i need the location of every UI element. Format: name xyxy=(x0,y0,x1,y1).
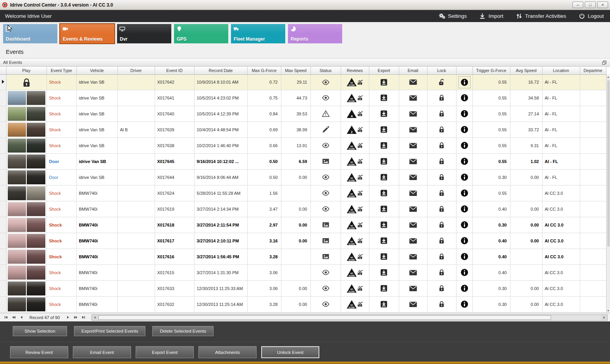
nav-prev-page-button[interactable] xyxy=(10,314,17,321)
email-icon[interactable] xyxy=(409,221,417,229)
info-icon[interactable] xyxy=(460,189,469,197)
reviews-cell[interactable]: 4 xyxy=(341,106,369,122)
email-icon[interactable] xyxy=(409,141,417,150)
info-cell[interactable] xyxy=(456,106,472,122)
col-header-reviews[interactable]: Reviews xyxy=(341,67,369,74)
info-cell[interactable] xyxy=(456,249,472,264)
info-icon[interactable] xyxy=(460,221,469,229)
info-icon[interactable] xyxy=(460,141,469,149)
col-header-lock[interactable]: Lock xyxy=(427,67,456,74)
event-thumbnail[interactable] xyxy=(8,282,45,295)
play-cell[interactable] xyxy=(6,280,47,296)
info-icon[interactable] xyxy=(460,110,469,118)
reviews-cell[interactable]: NOSCORE xyxy=(341,217,369,233)
reviews-cell[interactable]: NOSCORE xyxy=(341,74,369,90)
export-cell[interactable] xyxy=(369,280,399,296)
email-cell[interactable] xyxy=(399,90,427,106)
transfer-activities-button[interactable]: Transfer Activities xyxy=(516,13,566,19)
export-icon[interactable] xyxy=(380,300,388,308)
col-header-info[interactable] xyxy=(456,67,472,74)
col-header-location[interactable]: Location xyxy=(542,67,580,74)
status-cell[interactable] xyxy=(310,137,341,153)
col-header-play[interactable]: Play xyxy=(6,67,47,74)
info-icon[interactable] xyxy=(460,125,469,134)
lock-cell[interactable] xyxy=(427,233,456,249)
export-cell[interactable] xyxy=(369,106,399,122)
table-row[interactable]: Shock BMW740i X017615 3/27/2014 1:31:30 … xyxy=(0,264,606,280)
settings-button[interactable]: Settings xyxy=(439,13,467,19)
tab-reports[interactable]: Reports xyxy=(288,24,342,43)
info-cell[interactable] xyxy=(456,137,472,153)
lock-cell[interactable] xyxy=(427,106,456,122)
event-thumbnail[interactable] xyxy=(8,218,45,232)
info-icon[interactable] xyxy=(460,252,469,261)
info-icon[interactable] xyxy=(460,173,469,181)
nav-next-page-button[interactable] xyxy=(72,314,79,321)
email-cell[interactable] xyxy=(399,280,427,296)
scroll-right-icon[interactable] xyxy=(601,315,607,320)
export-icon[interactable] xyxy=(380,141,388,149)
info-cell[interactable] xyxy=(456,90,472,106)
email-cell[interactable] xyxy=(399,106,427,122)
lock-cell[interactable] xyxy=(427,296,456,312)
email-icon[interactable] xyxy=(409,125,417,134)
play-cell[interactable] xyxy=(6,264,47,280)
email-icon[interactable] xyxy=(409,205,417,213)
status-cell[interactable] xyxy=(310,296,341,312)
export-cell[interactable] xyxy=(369,169,399,185)
export-cell[interactable] xyxy=(369,201,399,217)
scroll-down-icon[interactable] xyxy=(607,308,610,313)
table-row[interactable]: Shock idrive Van SB Al B X017639 10/4/20… xyxy=(0,122,606,137)
email-cell[interactable] xyxy=(399,137,427,153)
status-cell[interactable] xyxy=(310,233,341,249)
reviews-cell[interactable]: NOSCORE xyxy=(341,201,369,217)
play-cell[interactable] xyxy=(6,153,47,169)
nav-first-button[interactable] xyxy=(2,314,9,321)
lock-cell[interactable] xyxy=(427,74,456,90)
email-icon[interactable] xyxy=(409,252,417,261)
export-icon[interactable] xyxy=(380,252,388,261)
vertical-scrollbar[interactable] xyxy=(606,75,610,313)
col-header-department[interactable]: Departme xyxy=(580,67,606,74)
email-icon[interactable] xyxy=(409,284,417,293)
export-icon[interactable] xyxy=(380,173,388,181)
table-row[interactable]: Shock BMW740i X017624 5/28/2014 11:55:28… xyxy=(0,185,606,201)
play-cell[interactable] xyxy=(6,106,47,122)
email-icon[interactable] xyxy=(409,189,417,197)
maximize-button[interactable]: □ xyxy=(585,2,596,8)
table-row[interactable]: Shock idrive Van SB X017640 10/5/2014 4:… xyxy=(0,106,606,122)
export-cell[interactable] xyxy=(369,249,399,264)
vertical-scroll-thumb[interactable] xyxy=(607,80,610,247)
email-cell[interactable] xyxy=(399,201,427,217)
export-icon[interactable] xyxy=(380,125,388,134)
info-cell[interactable] xyxy=(456,233,472,249)
info-cell[interactable] xyxy=(456,122,472,137)
export-print-selected-events-button[interactable]: Export/Print Selected Events xyxy=(74,326,145,336)
tab-dashboard[interactable]: Dashboard xyxy=(3,24,57,43)
col-header-event-type[interactable]: Event Type xyxy=(47,67,76,74)
email-cell[interactable] xyxy=(399,217,427,233)
horizontal-scroll-thumb[interactable] xyxy=(98,315,551,320)
play-cell[interactable] xyxy=(6,249,47,264)
status-cell[interactable] xyxy=(310,74,341,90)
export-icon[interactable] xyxy=(380,221,388,229)
lock-cell[interactable] xyxy=(427,153,456,169)
table-row[interactable]: Shock BMW740i X017619 3/27/2014 2:14:34 … xyxy=(0,201,606,217)
play-cell[interactable] xyxy=(6,90,47,106)
status-cell[interactable] xyxy=(310,217,341,233)
tab-events-reviews[interactable]: Events & Reviews xyxy=(60,24,114,43)
reviews-cell[interactable]: NOSCORE xyxy=(341,185,369,201)
show-selection-button[interactable]: Show Selection xyxy=(13,326,67,336)
email-icon[interactable] xyxy=(409,110,417,118)
email-cell[interactable] xyxy=(399,153,427,169)
email-cell[interactable] xyxy=(399,233,427,249)
play-cell[interactable] xyxy=(6,233,47,249)
tab-fleet-manager[interactable]: Fleet Manager xyxy=(231,24,285,43)
export-icon[interactable] xyxy=(380,205,388,213)
info-cell[interactable] xyxy=(456,264,472,280)
event-thumbnail[interactable] xyxy=(8,139,45,153)
review-event-button[interactable]: Review Event xyxy=(10,346,68,358)
export-cell[interactable] xyxy=(369,153,399,169)
export-event-button[interactable]: Export Event xyxy=(136,346,194,358)
reviews-cell[interactable]: NOSCORE xyxy=(341,153,369,169)
